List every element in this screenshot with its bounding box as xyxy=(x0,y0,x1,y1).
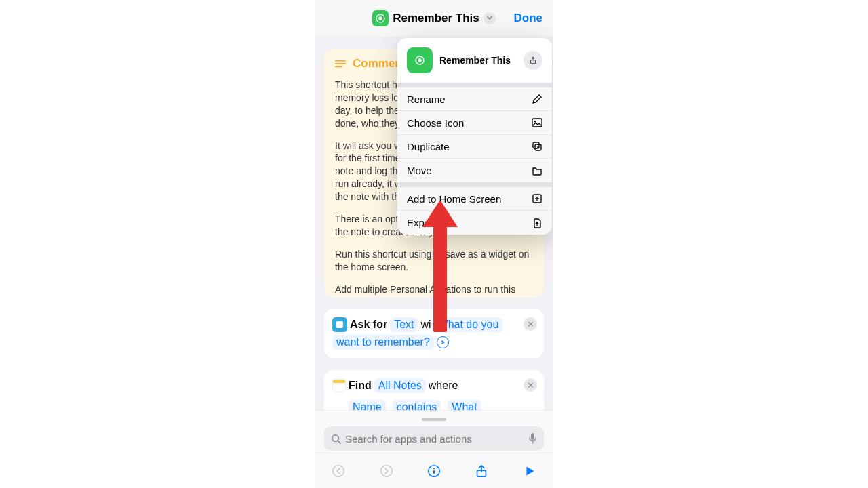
shortcut-options-menu: Remember This Rename Choose Icon Duplica… xyxy=(397,38,552,235)
ask-label: Ask for xyxy=(350,319,387,331)
chevron-down-icon xyxy=(484,12,496,24)
annotation-arrow-icon xyxy=(425,200,455,332)
drag-handle-icon[interactable] xyxy=(422,418,446,421)
svg-rect-2 xyxy=(335,60,346,62)
export-file-icon xyxy=(532,218,542,228)
find-label: Find xyxy=(349,380,372,392)
plus-square-icon xyxy=(532,193,542,204)
menu-duplicate[interactable]: Duplicate xyxy=(397,135,552,159)
svg-point-1 xyxy=(379,16,382,20)
shortcut-glyph-icon xyxy=(407,47,433,73)
ask-type-token[interactable]: Text xyxy=(390,317,418,332)
duplicate-icon xyxy=(532,141,542,152)
svg-rect-4 xyxy=(335,66,342,68)
svg-rect-12 xyxy=(433,470,435,474)
svg-rect-17 xyxy=(532,119,542,127)
svg-point-15 xyxy=(418,58,421,62)
mic-icon[interactable] xyxy=(528,432,537,445)
find-target-token[interactable]: All Notes xyxy=(374,378,426,393)
menu-share-icon[interactable] xyxy=(524,51,542,70)
svg-point-18 xyxy=(534,121,536,123)
search-field[interactable] xyxy=(324,426,544,451)
menu-header: Remember This xyxy=(397,38,552,83)
editor-header: Remember This Done xyxy=(315,0,553,37)
svg-point-8 xyxy=(333,465,344,476)
svg-line-6 xyxy=(338,441,340,443)
svg-point-11 xyxy=(433,468,435,469)
remove-action-icon[interactable]: ✕ xyxy=(524,317,537,331)
share-button[interactable] xyxy=(471,461,492,481)
search-input[interactable] xyxy=(345,433,524,445)
show-more-icon[interactable] xyxy=(437,336,449,348)
notes-app-icon xyxy=(332,379,346,392)
bottom-toolbar xyxy=(315,453,553,488)
redo-button[interactable] xyxy=(376,461,397,481)
menu-add-home-screen[interactable]: Add to Home Screen xyxy=(397,187,552,211)
menu-rename[interactable]: Rename xyxy=(397,87,552,111)
undo-button[interactable] xyxy=(328,461,349,481)
svg-rect-3 xyxy=(335,63,346,64)
action-search-panel xyxy=(315,410,553,453)
done-button[interactable]: Done xyxy=(514,12,543,25)
search-icon xyxy=(331,434,341,444)
menu-export-file[interactable]: Expo e xyxy=(397,211,552,235)
comment-lines-icon xyxy=(335,59,346,68)
remove-action-icon[interactable]: ✕ xyxy=(524,378,537,392)
shortcut-title-button[interactable]: Remember This xyxy=(372,10,496,26)
menu-move[interactable]: Move xyxy=(397,159,552,182)
menu-title: Remember This xyxy=(439,55,511,66)
image-icon xyxy=(532,117,542,128)
pencil-icon xyxy=(532,94,542,104)
run-button[interactable] xyxy=(519,461,540,481)
shortcut-title: Remember This xyxy=(393,12,479,25)
ask-prompt-token-2[interactable]: want to remember? xyxy=(332,335,434,350)
menu-choose-icon[interactable]: Choose Icon xyxy=(397,111,552,135)
info-button[interactable] xyxy=(424,461,444,481)
shortcuts-editor-screen: Remember This Done Comment This shortcut… xyxy=(315,0,553,488)
folder-icon xyxy=(532,165,542,176)
svg-point-9 xyxy=(380,465,392,476)
svg-rect-7 xyxy=(531,433,534,440)
shortcut-glyph-icon xyxy=(372,10,389,26)
ask-icon xyxy=(332,317,347,332)
